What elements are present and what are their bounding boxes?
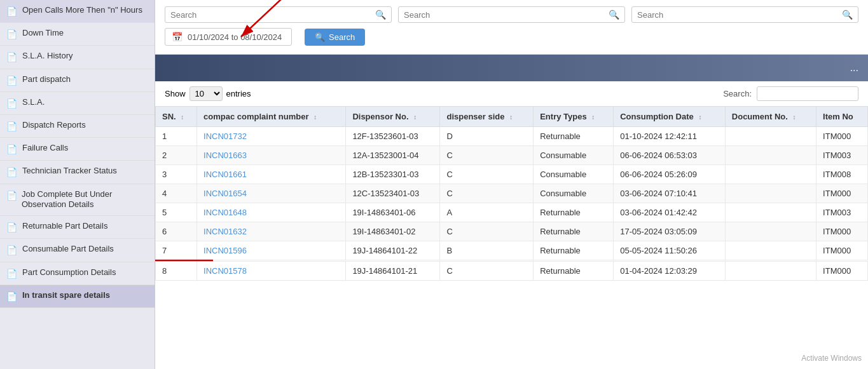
search-button[interactable]: 🔍 Search [305, 29, 365, 46]
main-content: 🔍 🔍 🔍 📅 01/10/2024 to 08/10/2024 [155, 0, 868, 369]
sidebar-item-label: In transit spare details [22, 290, 110, 301]
date-range-value: 01/10/2024 to 08/10/2024 [188, 32, 282, 42]
cell-document-no [725, 127, 816, 146]
cell-sn: 7 [156, 241, 197, 260]
sidebar-item-label: Failure Calls [22, 143, 68, 154]
table-row: 1 INCN01732 12F-13523601-03 D Returnable… [156, 127, 868, 146]
cell-dispensor-no: 19I-14863401-02 [346, 222, 440, 241]
col-consumption-date[interactable]: Consumption Date ↕ [614, 107, 726, 127]
cell-complaint-number[interactable]: INCN01578 [197, 262, 346, 281]
col-document-no[interactable]: Document No. ↕ [725, 107, 816, 127]
sidebar-item-down-time[interactable]: 📄Down Time [0, 23, 155, 46]
sidebar-item-returnable-part[interactable]: 📄Returnable Part Details [0, 216, 155, 239]
doc-icon: 📄 [6, 144, 17, 155]
sidebar: 📄Open Calls More Then "n" Hours📄Down Tim… [0, 0, 155, 369]
sidebar-item-technician-tracker[interactable]: 📄Technician Tracker Status [0, 161, 155, 184]
sidebar-item-sla[interactable]: 📄S.L.A. [0, 92, 155, 115]
doc-icon: 📄 [6, 268, 17, 279]
cell-document-no [725, 165, 816, 184]
search-button-icon: 🔍 [315, 32, 325, 42]
col-dispenser-side[interactable]: dispenser side ↕ [440, 107, 534, 127]
search-input-1[interactable] [170, 10, 375, 20]
table-row: 6 INCN01632 19I-14863401-02 C Returnable… [156, 222, 868, 241]
table-row: 8 INCN01578 19J-14864101-21 C Returnable… [156, 262, 868, 281]
cell-item-no: ITM003 [816, 203, 868, 222]
cell-dispenser-side: C [440, 146, 534, 165]
cell-complaint-number[interactable]: INCN01661 [197, 165, 346, 184]
doc-icon: 📄 [6, 245, 17, 256]
search-input-3[interactable] [637, 10, 842, 20]
sidebar-item-label: Returnable Part Details [22, 221, 107, 232]
sidebar-item-open-calls[interactable]: 📄Open Calls More Then "n" Hours [0, 0, 155, 23]
doc-icon: 📄 [6, 29, 17, 40]
cell-dispensor-no: 19J-14864101-21 [346, 262, 440, 281]
search-box-1[interactable]: 🔍 [165, 6, 392, 23]
search-button-label: Search [329, 32, 355, 42]
table-search-input[interactable] [757, 86, 858, 101]
cell-entry-types: Returnable [534, 203, 614, 222]
cell-dispenser-side: C [440, 184, 534, 203]
cell-consumption-date: 03-06-2024 01:42:42 [614, 203, 726, 222]
cell-complaint-number[interactable]: INCN01654 [197, 184, 346, 203]
show-label: Show [165, 89, 186, 98]
doc-icon: 📄 [6, 6, 17, 17]
search-input-2[interactable] [404, 10, 609, 20]
sidebar-item-sla-history[interactable]: 📄S.L.A. History [0, 46, 155, 69]
cell-entry-types: Consumable [534, 184, 614, 203]
cell-sn: 2 [156, 146, 197, 165]
cell-complaint-number[interactable]: INCN01663 [197, 146, 346, 165]
cell-complaint-number[interactable]: INCN01648 [197, 203, 346, 222]
search-box-3[interactable]: 🔍 [631, 6, 858, 23]
sidebar-item-part-consumption[interactable]: 📄Part Consumption Details [0, 262, 155, 285]
doc-icon: 📄 [6, 51, 17, 63]
col-item-no[interactable]: Item No [816, 107, 868, 127]
sidebar-item-label: Open Calls More Then "n" Hours [22, 5, 142, 16]
cell-sn: 5 [156, 203, 197, 222]
col-entry-types[interactable]: Entry Types ↕ [534, 107, 614, 127]
sidebar-item-job-complete[interactable]: 📄Job Complete But Under Observation Deta… [0, 184, 155, 217]
sidebar-item-label: Part dispatch [22, 74, 71, 85]
col-sn[interactable]: SN. ↕ [156, 107, 197, 127]
cell-sn: 6 [156, 222, 197, 241]
search-icon-1: 🔍 [375, 10, 386, 20]
sidebar-item-part-dispatch[interactable]: 📄Part dispatch [0, 69, 155, 92]
search-box-2[interactable]: 🔍 [398, 6, 625, 23]
cell-dispensor-no: 12B-13523301-03 [346, 165, 440, 184]
sidebar-item-label: Down Time [22, 28, 64, 39]
sidebar-item-in-transit[interactable]: 📄In transit spare details [0, 285, 155, 308]
table-controls: Show 10 25 50 100 entries Search: [155, 81, 868, 106]
col-complaint-number[interactable]: compac complaint number ↕ [197, 107, 346, 127]
cell-dispenser-side: C [440, 222, 534, 241]
cell-item-no: ITM000 [816, 127, 868, 146]
show-entries-select[interactable]: 10 25 50 100 [189, 86, 223, 101]
cell-consumption-date: 17-05-2024 03:05:09 [614, 222, 726, 241]
cell-entry-types: Consumable [534, 146, 614, 165]
table-controls-right: Search: [723, 86, 858, 101]
table-row: 5 INCN01648 19I-14863401-06 A Returnable… [156, 203, 868, 222]
sidebar-item-failure-calls[interactable]: 📄Failure Calls [0, 138, 155, 161]
cell-consumption-date: 06-06-2024 05:26:09 [614, 165, 726, 184]
date-row: 📅 01/10/2024 to 08/10/2024 🔍 Search [165, 28, 858, 46]
cell-complaint-number[interactable]: INCN01632 [197, 222, 346, 241]
cell-consumption-date: 03-06-2024 07:10:41 [614, 184, 726, 203]
sidebar-item-consumable-part[interactable]: 📄Consumable Part Details [0, 239, 155, 262]
table-row: 2 INCN01663 12A-13523001-04 C Consumable… [156, 146, 868, 165]
cell-dispenser-side: A [440, 203, 534, 222]
doc-icon: 📄 [6, 121, 17, 132]
sidebar-item-label: S.L.A. History [22, 51, 72, 62]
col-dispensor-no[interactable]: Dispensor No. ↕ [346, 107, 440, 127]
cell-entry-types: Returnable [534, 222, 614, 241]
dots-menu[interactable]: ... [850, 62, 858, 74]
date-range-input[interactable]: 📅 01/10/2024 to 08/10/2024 [165, 28, 292, 46]
cell-dispenser-side: C [440, 165, 534, 184]
doc-icon: 📄 [6, 291, 17, 302]
search-area: 🔍 🔍 🔍 📅 01/10/2024 to 08/10/2024 [155, 0, 868, 55]
cell-complaint-number[interactable]: INCN01732 [197, 127, 346, 146]
sidebar-item-dispatch-reports[interactable]: 📄Dispatch Reports [0, 115, 155, 138]
cell-dispensor-no: 12F-13523601-03 [346, 127, 440, 146]
cell-item-no: ITM003 [816, 146, 868, 165]
cell-consumption-date: 01-10-2024 12:42:11 [614, 127, 726, 146]
cell-item-no: ITM000 [816, 184, 868, 203]
cell-complaint-number[interactable]: INCN01596 [197, 241, 346, 260]
cell-document-no [725, 222, 816, 241]
